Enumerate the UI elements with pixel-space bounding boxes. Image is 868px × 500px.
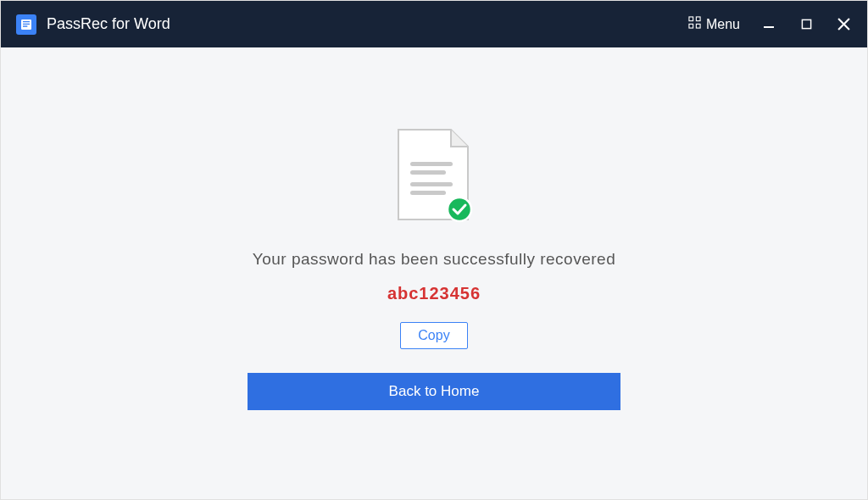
menu-grid-icon (688, 16, 701, 32)
svg-rect-9 (410, 162, 453, 166)
back-to-home-button[interactable]: Back to Home (248, 373, 620, 410)
app-logo-icon (16, 14, 36, 35)
document-success-icon (395, 128, 473, 226)
recovered-password: abc123456 (1, 284, 867, 303)
app-window: PassRec for Word Menu (0, 0, 868, 500)
svg-rect-3 (689, 24, 693, 28)
success-message: Your password has been successfully reco… (1, 250, 867, 269)
title-controls: Menu (688, 16, 852, 33)
svg-point-13 (448, 197, 471, 221)
svg-rect-4 (696, 24, 700, 28)
main-content: Your password has been successfully reco… (1, 47, 867, 410)
svg-rect-12 (410, 191, 446, 195)
menu-label: Menu (706, 17, 740, 32)
minimize-button[interactable] (760, 16, 777, 33)
svg-rect-2 (696, 17, 700, 21)
maximize-button[interactable] (798, 16, 815, 33)
menu-button[interactable]: Menu (688, 16, 740, 32)
svg-rect-1 (689, 17, 693, 21)
close-button[interactable] (835, 16, 852, 33)
svg-rect-11 (410, 182, 453, 186)
svg-rect-6 (802, 19, 810, 28)
copy-button[interactable]: Copy (400, 322, 467, 349)
titlebar: PassRec for Word Menu (1, 1, 867, 47)
svg-rect-10 (410, 170, 446, 175)
app-title: PassRec for Word (47, 15, 688, 33)
